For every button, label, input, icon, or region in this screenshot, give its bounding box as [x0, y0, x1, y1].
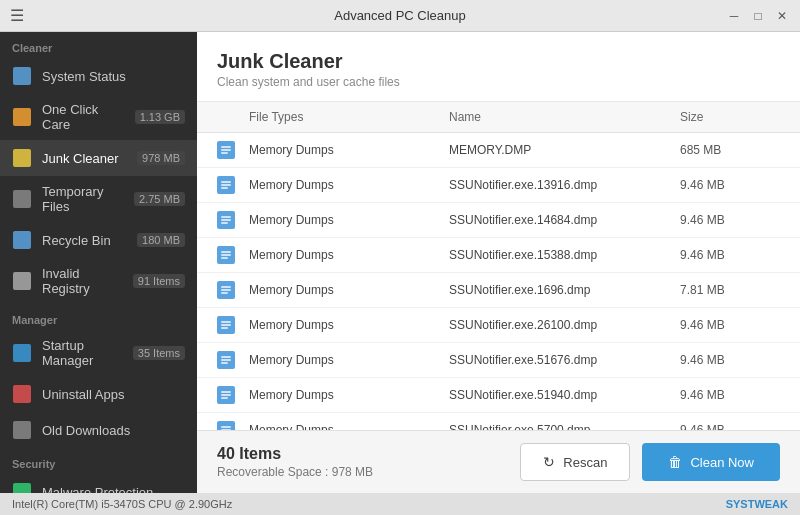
svg-rect-6 — [13, 344, 31, 362]
recoverable-space: Recoverable Space : 978 MB — [217, 465, 373, 479]
table-header: File Types Name Size — [197, 102, 800, 133]
table-row[interactable]: Memory Dumps MEMORY.DMP 685 MB — [197, 133, 800, 168]
svg-rect-1 — [13, 108, 31, 126]
svg-rect-21 — [221, 219, 231, 221]
page-title: Junk Cleaner — [217, 50, 780, 73]
sidebar-item-startup-manager[interactable]: Startup Manager35 Items — [0, 330, 197, 376]
sidebar-item-badge-temporary-files: 2.75 MB — [134, 192, 185, 206]
table-row[interactable]: Memory Dumps SSUNotifier.exe.26100.dmp 9… — [197, 308, 800, 343]
sidebar-item-label-startup-manager: Startup Manager — [42, 338, 123, 368]
sidebar-item-label-recycle-bin: Recycle Bin — [42, 233, 127, 248]
sidebar-section-manager: Manager — [0, 304, 197, 330]
cell-filetype: Memory Dumps — [249, 423, 449, 430]
sidebar-item-recycle-bin[interactable]: Recycle Bin180 MB — [0, 222, 197, 258]
cell-filetype: Memory Dumps — [249, 318, 449, 332]
file-icon — [217, 351, 249, 369]
cpu-info: Intel(R) Core(TM) i5-3470S CPU @ 2.90GHz — [12, 498, 232, 510]
sidebar-item-label-old-downloads: Old Downloads — [42, 423, 185, 438]
close-button[interactable]: ✕ — [774, 8, 790, 24]
svg-rect-28 — [221, 286, 231, 288]
junk-icon — [12, 148, 32, 168]
cell-size: 7.81 MB — [680, 283, 780, 297]
sidebar-item-malware-protection[interactable]: Malware Protection — [0, 474, 197, 493]
circle-icon — [12, 107, 32, 127]
file-icon — [217, 211, 249, 229]
cell-name: SSUNotifier.exe.13916.dmp — [449, 178, 680, 192]
bottom-actions: ↻ Rescan 🗑 Clean Now — [520, 443, 780, 481]
col-name: Name — [449, 110, 680, 124]
sidebar-item-temporary-files[interactable]: Temporary Files2.75 MB — [0, 176, 197, 222]
svg-rect-29 — [221, 289, 231, 291]
brand-logo: SYSTWEAK — [726, 498, 788, 510]
svg-rect-0 — [13, 67, 31, 85]
file-icon — [217, 176, 249, 194]
rescan-button[interactable]: ↻ Rescan — [520, 443, 630, 481]
cell-name: SSUNotifier.exe.51676.dmp — [449, 353, 680, 367]
registry-icon — [12, 271, 32, 291]
hamburger-icon[interactable]: ☰ — [10, 6, 24, 25]
sidebar-item-label-one-click-care: One Click Care — [42, 102, 125, 132]
table-row[interactable]: Memory Dumps SSUNotifier.exe.51940.dmp 9… — [197, 378, 800, 413]
svg-rect-18 — [221, 187, 228, 189]
cell-name: SSUNotifier.exe.51940.dmp — [449, 388, 680, 402]
sidebar: CleanerSystem StatusOne Click Care1.13 G… — [0, 32, 197, 493]
svg-rect-40 — [221, 391, 231, 393]
file-icon — [217, 386, 249, 404]
svg-rect-36 — [221, 356, 231, 358]
trash-icon: 🗑 — [668, 454, 682, 470]
svg-rect-37 — [221, 359, 231, 361]
malware-icon — [12, 482, 32, 493]
uninstall-icon — [12, 384, 32, 404]
content-area: Junk Cleaner Clean system and user cache… — [197, 32, 800, 493]
items-count: 40 Items — [217, 445, 373, 463]
cell-size: 9.46 MB — [680, 178, 780, 192]
svg-rect-33 — [221, 324, 231, 326]
sidebar-item-junk-cleaner[interactable]: Junk Cleaner978 MB — [0, 140, 197, 176]
sidebar-item-old-downloads[interactable]: Old Downloads — [0, 412, 197, 448]
sidebar-item-one-click-care[interactable]: One Click Care1.13 GB — [0, 94, 197, 140]
cell-filetype: Memory Dumps — [249, 143, 449, 157]
file-icon — [217, 421, 249, 430]
cell-size: 9.46 MB — [680, 248, 780, 262]
cell-name: MEMORY.DMP — [449, 143, 680, 157]
status-bar: Intel(R) Core(TM) i5-3470S CPU @ 2.90GHz… — [0, 493, 800, 515]
sidebar-item-uninstall-apps[interactable]: Uninstall Apps — [0, 376, 197, 412]
table-row[interactable]: Memory Dumps SSUNotifier.exe.13916.dmp 9… — [197, 168, 800, 203]
sidebar-item-invalid-registry[interactable]: Invalid Registry91 Items — [0, 258, 197, 304]
svg-rect-13 — [221, 149, 231, 151]
clean-now-button[interactable]: 🗑 Clean Now — [642, 443, 780, 481]
table-row[interactable]: Memory Dumps SSUNotifier.exe.1696.dmp 7.… — [197, 273, 800, 308]
svg-rect-20 — [221, 216, 231, 218]
monitor-icon — [12, 66, 32, 86]
table-row[interactable]: Memory Dumps SSUNotifier.exe.51676.dmp 9… — [197, 343, 800, 378]
svg-rect-16 — [221, 181, 231, 183]
table-row[interactable]: Memory Dumps SSUNotifier.exe.5700.dmp 9.… — [197, 413, 800, 430]
table-row[interactable]: Memory Dumps SSUNotifier.exe.14684.dmp 9… — [197, 203, 800, 238]
sidebar-item-system-status[interactable]: System Status — [0, 58, 197, 94]
file-icon — [217, 316, 249, 334]
cell-name: SSUNotifier.exe.5700.dmp — [449, 423, 680, 430]
table-row[interactable]: Memory Dumps SSUNotifier.exe.15388.dmp 9… — [197, 238, 800, 273]
svg-rect-17 — [221, 184, 231, 186]
rescan-label: Rescan — [563, 455, 607, 470]
cell-filetype: Memory Dumps — [249, 388, 449, 402]
sidebar-item-badge-junk-cleaner: 978 MB — [137, 151, 185, 165]
sidebar-item-badge-invalid-registry: 91 Items — [133, 274, 185, 288]
file-table: File Types Name Size Memory Dumps MEMORY… — [197, 102, 800, 430]
clean-label: Clean Now — [690, 455, 754, 470]
svg-rect-30 — [221, 292, 228, 294]
file-icon — [217, 246, 249, 264]
svg-rect-44 — [221, 426, 231, 428]
minimize-button[interactable]: ─ — [726, 8, 742, 24]
col-size: Size — [680, 110, 780, 124]
svg-rect-8 — [13, 421, 31, 439]
cell-size: 9.46 MB — [680, 388, 780, 402]
sidebar-section-cleaner: Cleaner — [0, 32, 197, 58]
cell-name: SSUNotifier.exe.26100.dmp — [449, 318, 680, 332]
maximize-button[interactable]: □ — [750, 8, 766, 24]
window-controls: ─ □ ✕ — [726, 8, 790, 24]
rescan-icon: ↻ — [543, 454, 555, 470]
content-header: Junk Cleaner Clean system and user cache… — [197, 32, 800, 102]
sidebar-item-label-temporary-files: Temporary Files — [42, 184, 124, 214]
svg-rect-34 — [221, 327, 228, 329]
